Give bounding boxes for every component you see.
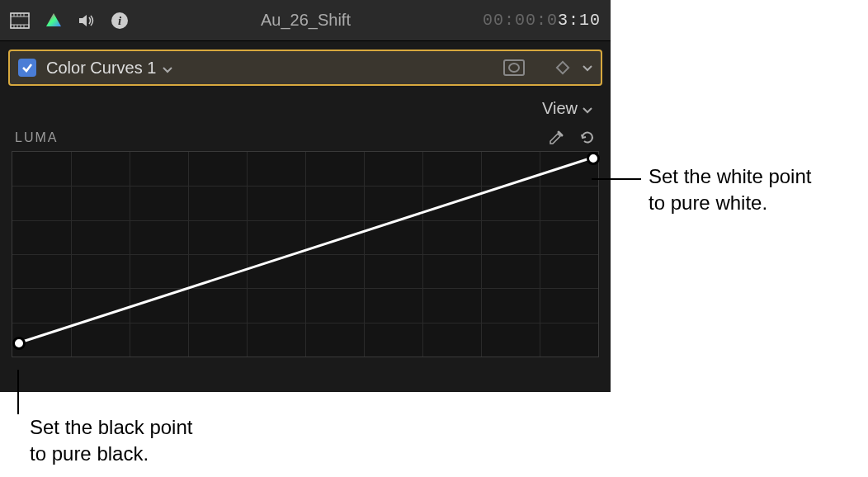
callout-white-point: Set the white point to pure white. xyxy=(649,163,811,217)
view-row: View xyxy=(0,86,611,125)
view-label: View xyxy=(542,99,578,118)
svg-rect-0 xyxy=(11,13,29,28)
effect-enable-checkbox[interactable] xyxy=(18,59,36,77)
effect-controls xyxy=(503,59,592,76)
white-point-handle[interactable] xyxy=(587,152,600,165)
curves-section: LUMA xyxy=(0,125,611,357)
effect-name-dropdown[interactable]: Color Curves 1 xyxy=(46,59,503,78)
callout-line-white xyxy=(592,178,641,180)
video-filmstrip-icon[interactable] xyxy=(10,12,30,29)
reset-icon[interactable] xyxy=(579,130,596,146)
info-icon[interactable]: i xyxy=(111,12,129,30)
view-dropdown[interactable]: View xyxy=(542,99,592,118)
effect-name-label: Color Curves 1 xyxy=(46,59,156,78)
callout-black-point: Set the black point to pure black. xyxy=(30,414,192,468)
effect-header[interactable]: Color Curves 1 xyxy=(8,50,602,86)
eyedropper-icon[interactable] xyxy=(548,130,564,146)
curve-line[interactable] xyxy=(12,152,600,358)
timecode-active: 3:10 xyxy=(558,11,601,30)
topbar: i Au_26_Shift 00:00:03:10 xyxy=(0,0,611,41)
inspector-panel: i Au_26_Shift 00:00:03:10 Color Curves 1 xyxy=(0,0,611,392)
curves-header: LUMA xyxy=(12,125,599,151)
curves-tools xyxy=(548,130,596,146)
topbar-tabs: i xyxy=(10,12,129,30)
chevron-down-icon xyxy=(163,59,172,78)
chevron-down-icon xyxy=(583,99,592,118)
mask-icon[interactable] xyxy=(503,59,525,76)
chevron-down-icon[interactable] xyxy=(583,60,592,75)
curve-channel-label: LUMA xyxy=(15,130,58,145)
color-prism-icon[interactable] xyxy=(45,12,63,30)
callout-line-black xyxy=(17,370,19,414)
svg-line-13 xyxy=(17,157,595,343)
speaker-icon[interactable] xyxy=(78,12,96,29)
black-point-handle[interactable] xyxy=(12,337,26,350)
timecode-inactive: 00:00:0 xyxy=(483,11,558,30)
keyframe-diamond-icon[interactable] xyxy=(556,61,570,75)
luma-curve-grid[interactable] xyxy=(12,151,599,357)
clip-name: Au_26_Shift xyxy=(129,11,483,30)
timecode: 00:00:03:10 xyxy=(483,11,601,30)
